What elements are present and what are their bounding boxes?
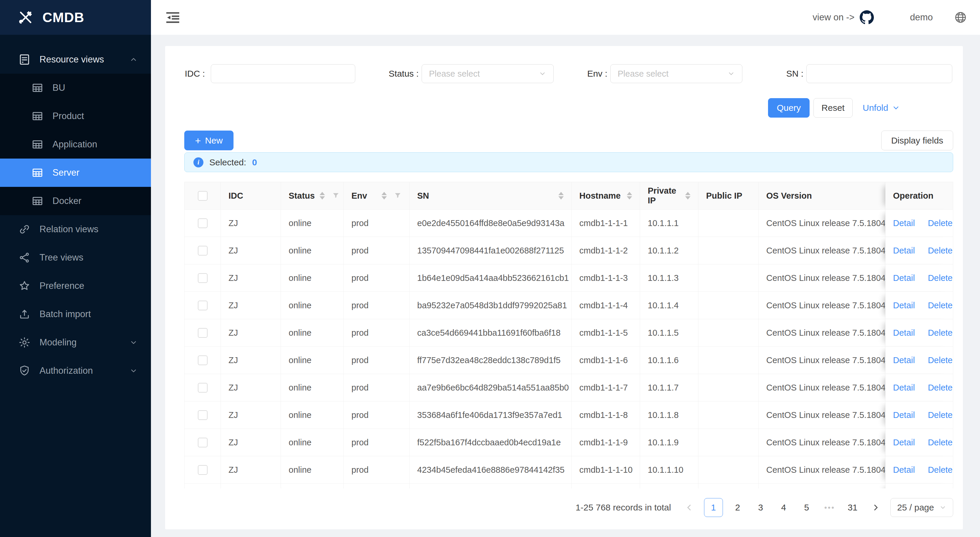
sidebar-item-application[interactable]: Application xyxy=(0,130,151,159)
user-menu[interactable]: demo xyxy=(910,12,933,23)
sort-carets-icon[interactable] xyxy=(315,192,325,200)
app-logo[interactable]: CMDB xyxy=(0,0,151,35)
delete-link[interactable]: Delete xyxy=(928,273,953,283)
delete-link[interactable]: Delete xyxy=(928,465,953,475)
sidebar-item-docker[interactable]: Docker xyxy=(0,187,151,215)
cell-private_ip: 10.1.1.2 xyxy=(640,237,698,264)
sidebar-item-server[interactable]: Server xyxy=(0,159,151,187)
sidebar-item-resource-views[interactable]: Resource views xyxy=(0,45,151,74)
column-header-sn[interactable]: SN xyxy=(409,182,572,210)
detail-link[interactable]: Detail xyxy=(893,410,915,420)
sidebar-item-label: Relation views xyxy=(40,224,138,235)
row-select-cell xyxy=(185,292,221,319)
column-header-public_ip: Public IP xyxy=(698,182,759,210)
operation-cell: DetailDelete xyxy=(885,237,953,264)
detail-link[interactable]: Detail xyxy=(893,246,915,256)
sidebar-item-relation-views[interactable]: Relation views xyxy=(0,215,151,243)
cell-sn: e0e2de4550164ffd8e8e0a5e9d93143a xyxy=(409,210,572,237)
row-checkbox[interactable] xyxy=(198,273,208,283)
next-page-button[interactable] xyxy=(867,498,884,517)
cell-hostname xyxy=(572,484,640,488)
row-checkbox[interactable] xyxy=(198,300,208,310)
cell-idc: ZJ xyxy=(221,374,281,402)
page-size-select[interactable]: 25 / page xyxy=(890,498,953,517)
detail-link[interactable]: Detail xyxy=(893,383,915,392)
row-checkbox[interactable] xyxy=(198,246,208,256)
column-header-env[interactable]: Env xyxy=(344,182,409,210)
page-button-3[interactable]: 3 xyxy=(752,498,769,517)
filter-funnel-icon[interactable] xyxy=(394,192,402,200)
sort-carets-icon[interactable] xyxy=(681,192,690,200)
sidebar-item-tree-views[interactable]: Tree views xyxy=(0,243,151,272)
detail-link[interactable]: Detail xyxy=(893,218,915,228)
cell-os_version: CentOS Linux release 7.5.1804 (C xyxy=(759,210,885,237)
status-select[interactable]: Please select xyxy=(422,64,554,83)
delete-link[interactable]: Delete xyxy=(928,328,953,338)
column-header-hostname[interactable]: Hostname xyxy=(572,182,640,210)
delete-link[interactable]: Delete xyxy=(928,218,953,228)
cell-sn: 135709447098441fa1e002688f271125 xyxy=(409,237,572,264)
sort-carets-icon[interactable] xyxy=(622,192,632,200)
unfold-toggle[interactable]: Unfold xyxy=(863,98,900,118)
page-ellipsis[interactable]: ••• xyxy=(821,498,838,517)
cell-env: prod xyxy=(344,456,409,484)
detail-link[interactable]: Detail xyxy=(893,465,915,475)
page-button-1[interactable]: 1 xyxy=(704,498,723,517)
reset-button[interactable]: Reset xyxy=(813,98,853,118)
sort-carets-icon[interactable] xyxy=(554,192,564,200)
delete-link[interactable]: Delete xyxy=(928,410,953,420)
operation-cell: DetailDelete xyxy=(885,456,953,484)
cell-public_ip xyxy=(698,346,759,374)
operation-cell: DetailDelete xyxy=(885,374,953,402)
page-button-2[interactable]: 2 xyxy=(729,498,746,517)
delete-link[interactable]: Delete xyxy=(928,383,953,392)
github-icon[interactable] xyxy=(860,10,874,24)
env-select[interactable]: Please select xyxy=(610,64,742,83)
menu-fold-icon[interactable] xyxy=(165,10,180,25)
row-checkbox[interactable] xyxy=(198,356,208,365)
column-title: Env xyxy=(352,191,367,201)
cell-private_ip: 10.1.1.3 xyxy=(640,264,698,292)
row-checkbox[interactable] xyxy=(198,410,208,420)
page-button-5[interactable]: 5 xyxy=(799,498,815,517)
row-checkbox[interactable] xyxy=(198,383,208,392)
sidebar-item-product[interactable]: Product xyxy=(0,102,151,130)
row-select-cell xyxy=(185,237,221,264)
row-checkbox[interactable] xyxy=(198,438,208,447)
view-on-link[interactable]: view on -> xyxy=(813,12,854,23)
detail-link[interactable]: Detail xyxy=(893,356,915,365)
prev-page-button[interactable] xyxy=(681,498,698,517)
sidebar-item-preference[interactable]: Preference xyxy=(0,272,151,300)
cell-idc: ZJ xyxy=(221,402,281,429)
page-button-31[interactable]: 31 xyxy=(845,498,861,517)
column-header-status[interactable]: Status xyxy=(281,182,344,210)
sidebar-item-batch-import[interactable]: Batch import xyxy=(0,300,151,328)
server-table: IDCStatusEnvSNHostnamePrivate IPPublic I… xyxy=(184,182,953,488)
delete-link[interactable]: Delete xyxy=(928,438,953,447)
detail-link[interactable]: Detail xyxy=(893,273,915,283)
delete-link[interactable]: Delete xyxy=(928,300,953,310)
query-button[interactable]: Query xyxy=(768,98,810,118)
sort-carets-icon[interactable] xyxy=(377,192,387,200)
row-checkbox[interactable] xyxy=(198,328,208,338)
column-header-private_ip[interactable]: Private IP xyxy=(640,182,698,210)
sn-input[interactable] xyxy=(807,64,952,83)
delete-link[interactable]: Delete xyxy=(928,246,953,256)
idc-input[interactable] xyxy=(211,64,355,83)
filter-funnel-icon[interactable] xyxy=(332,192,340,200)
sidebar-item-modeling[interactable]: Modeling xyxy=(0,328,151,357)
row-checkbox[interactable] xyxy=(198,465,208,475)
detail-link[interactable]: Detail xyxy=(893,438,915,447)
page-button-4[interactable]: 4 xyxy=(775,498,792,517)
display-fields-button[interactable]: Display fields xyxy=(881,130,953,150)
detail-link[interactable]: Detail xyxy=(893,328,915,338)
detail-link[interactable]: Detail xyxy=(893,300,915,310)
select-all-checkbox[interactable] xyxy=(198,191,208,201)
sidebar-item-authorization[interactable]: Authorization xyxy=(0,357,151,385)
sidebar-item-bu[interactable]: BU xyxy=(0,74,151,102)
row-checkbox[interactable] xyxy=(198,218,208,228)
cell-status: online xyxy=(281,319,344,346)
globe-icon[interactable] xyxy=(954,11,967,24)
delete-link[interactable]: Delete xyxy=(928,356,953,365)
new-button[interactable]: + New xyxy=(184,130,234,150)
